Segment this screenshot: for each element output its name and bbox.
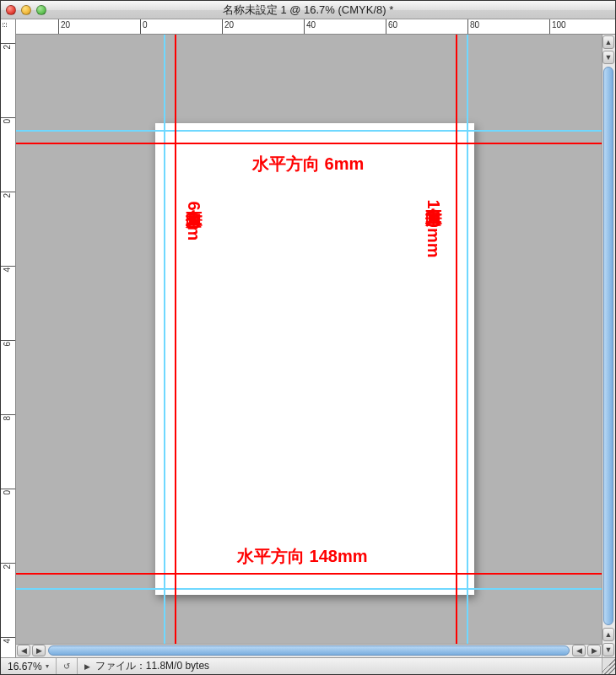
ruler-tick: 4 (1, 637, 15, 638)
ruler-tick-label: 60 (388, 20, 397, 30)
scrollbar-thumb-vertical[interactable] (603, 67, 613, 625)
ruler-tick-label: 100 (552, 20, 566, 30)
annotation-right: 垂直方向 100mm (423, 195, 446, 258)
ruler-tick-label: 2 (3, 564, 12, 570)
scroll-down-icon[interactable]: ▼ (602, 51, 614, 64)
scroll-down-end-icon[interactable]: ▼ (602, 643, 614, 656)
ruler-tick: 2 (1, 563, 15, 564)
ruler-tick: 100 (549, 19, 550, 34)
ruler-tick-label: 0 (3, 490, 12, 495)
ruler-tick-label: 0 (3, 119, 12, 124)
ruler-tick: 4 (1, 266, 15, 267)
red-guide-vertical[interactable] (456, 35, 457, 644)
zoom-icon[interactable] (36, 5, 46, 15)
ruler-origin-corner[interactable] (1, 19, 16, 35)
annotation-bottom: 水平方向 148mm (237, 545, 368, 568)
zoom-dropdown[interactable]: 16.67% (1, 658, 57, 674)
scroll-right-end-icon[interactable]: ▶ (587, 645, 601, 656)
red-guide-vertical[interactable] (175, 35, 176, 644)
annotation-left: 垂直方向 6mm (183, 197, 206, 240)
ruler-tick-label: 4 (3, 639, 12, 644)
ruler-tick: 2 (1, 192, 15, 192)
ruler-tick: 0 (1, 489, 15, 489)
ruler-tick: 6 (1, 340, 15, 341)
workarea: 202468024 水平方向 6mm 水平方向 148mm 垂直方向 6mm 垂… (1, 35, 615, 657)
statusbar: 16.67% ↺ ▶ ファイル：11.8M/0 bytes (1, 657, 615, 674)
cyan-guide-horizontal[interactable] (16, 130, 602, 132)
ruler-tick: 20 (58, 19, 59, 34)
ruler-tick-label: 2 (3, 193, 12, 198)
canvas[interactable]: 水平方向 6mm 水平方向 148mm 垂直方向 6mm 垂直方向 100mm (16, 35, 602, 644)
scroll-left-end-icon[interactable]: ◀ (572, 645, 586, 656)
traffic-lights (6, 5, 46, 15)
scrollbar-thumb-horizontal[interactable] (48, 645, 570, 656)
ruler-vertical[interactable]: 202468024 (1, 35, 16, 657)
ruler-tick-label: 80 (470, 20, 479, 30)
zoom-value: 16.67% (8, 661, 42, 672)
resize-grip[interactable] (602, 658, 615, 674)
scrollbar-vertical[interactable]: ▲ ▼ ▲ ▼ (602, 35, 615, 657)
ruler-tick-label: 4 (3, 267, 12, 273)
scroll-right-icon[interactable]: ▶ (32, 645, 46, 656)
close-icon[interactable] (6, 5, 16, 15)
minimize-icon[interactable] (21, 5, 31, 15)
ruler-tick-label: 40 (306, 20, 316, 30)
ruler-tick-label: 20 (224, 20, 234, 30)
window-title: 名称未設定 1 @ 16.7% (CMYK/8) * (1, 3, 615, 18)
ruler-tick: 0 (1, 117, 15, 118)
scrollbar-horizontal[interactable]: ◀ ▶ ◀ ▶ (16, 644, 602, 657)
canvas-holder: 水平方向 6mm 水平方向 148mm 垂直方向 6mm 垂直方向 100mm … (16, 35, 602, 657)
cyan-guide-vertical[interactable] (164, 35, 165, 644)
history-icon: ↺ (63, 662, 70, 671)
ruler-tick: 40 (304, 19, 305, 34)
annotation-top: 水平方向 6mm (252, 153, 364, 176)
ruler-horizontal[interactable]: 20020406080100120140 (1, 19, 615, 35)
cyan-guide-horizontal[interactable] (16, 588, 602, 590)
ruler-tick-label: 6 (3, 342, 12, 347)
scroll-up-end-icon[interactable]: ▲ (602, 628, 614, 641)
cyan-guide-vertical[interactable] (467, 35, 468, 644)
ruler-tick: 0 (140, 19, 141, 34)
ruler-tick-label: 20 (61, 20, 70, 30)
file-info-label: ファイル：11.8M/0 bytes (95, 659, 209, 673)
file-info-dropdown[interactable]: ▶ ファイル：11.8M/0 bytes (78, 659, 602, 673)
red-guide-horizontal[interactable] (16, 573, 602, 575)
ruler-tick-label: 0 (143, 20, 148, 30)
ruler-tick: 60 (386, 19, 386, 34)
scroll-left-icon[interactable]: ◀ (17, 645, 30, 656)
ruler-tick: 8 (1, 414, 15, 415)
scroll-up-icon[interactable]: ▲ (602, 35, 614, 49)
ruler-tick-label: 2 (3, 45, 12, 50)
ruler-tick-label: 8 (3, 416, 12, 421)
history-button[interactable]: ↺ (57, 658, 78, 674)
chevron-right-icon: ▶ (84, 662, 90, 671)
ruler-tick: 2 (1, 43, 15, 44)
document-window: 名称未設定 1 @ 16.7% (CMYK/8) * 2002040608010… (0, 0, 616, 675)
document-page[interactable] (155, 123, 474, 595)
ruler-horizontal-track[interactable]: 20020406080100120140 (16, 19, 615, 34)
ruler-tick: 80 (467, 19, 468, 34)
ruler-tick: 20 (222, 19, 223, 34)
red-guide-horizontal[interactable] (16, 143, 602, 144)
titlebar[interactable]: 名称未設定 1 @ 16.7% (CMYK/8) * (1, 1, 615, 19)
